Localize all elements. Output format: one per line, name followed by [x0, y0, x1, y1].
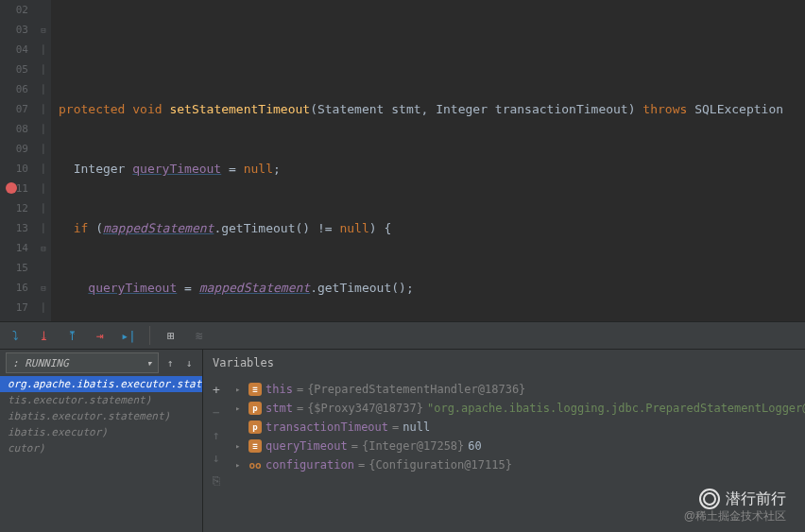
watermark: 潜行前行: [699, 489, 786, 509]
frame-item[interactable]: tis.executor.statement): [0, 392, 202, 408]
gutter: 02 03 04 05 06 07 08 09 10 11 12 13 14 1…: [0, 0, 36, 321]
variable-row[interactable]: ▸≡ queryTimeout = {Integer@17258} 60: [230, 437, 805, 455]
variable-row[interactable]: ▸oo configuration = {Configuration@17115…: [230, 455, 805, 474]
watermark-sub: @稀土掘金技术社区: [684, 508, 786, 524]
line-number: 10: [0, 159, 28, 179]
variable-tree[interactable]: ▸≡ this = {PreparedStatementHandler@1873…: [230, 376, 805, 493]
breakpoint-icon[interactable]: [6, 182, 17, 194]
frame-up-icon[interactable]: ↑: [163, 355, 178, 370]
copy-icon[interactable]: ⎘: [209, 472, 224, 488]
line-number: 16: [0, 278, 28, 298]
variable-tools: + − ↑ ↓ ⎘: [203, 376, 230, 493]
code-area[interactable]: protected void setStatementTimeout(State…: [51, 0, 805, 321]
frame-item[interactable]: ibatis.executor.statement): [0, 408, 202, 424]
trace-icon[interactable]: ≋: [192, 328, 207, 343]
line-number: 05: [0, 60, 28, 79]
frame-item[interactable]: org.apache.ibatis.executor.statement): [0, 376, 202, 392]
run-to-cursor-icon[interactable]: ▸|: [121, 328, 136, 343]
fold-column: ⊟││││││││││⊟⊟│: [36, 0, 51, 321]
line-number: 03: [0, 20, 28, 40]
debug-panel: : RUNNING▾ ↑ ↓ org.apache.ibatis.executo…: [0, 350, 805, 532]
wechat-icon: [699, 489, 720, 509]
line-number: 15: [0, 258, 28, 278]
add-watch-icon[interactable]: +: [209, 382, 224, 397]
variables-title: Variables: [203, 350, 805, 376]
line-number: 04: [0, 40, 28, 60]
line-number[interactable]: 11: [0, 179, 28, 198]
force-step-icon[interactable]: ⇥: [93, 328, 108, 343]
variable-row[interactable]: ▸≡ this = {PreparedStatementHandler@1873…: [230, 380, 805, 399]
line-number: 08: [0, 119, 28, 139]
line-number: 09: [0, 139, 28, 159]
line-number: 13: [0, 218, 28, 238]
separator: [149, 326, 150, 345]
thread-selector-row: : RUNNING▾ ↑ ↓: [0, 350, 202, 376]
down-icon[interactable]: ↓: [209, 450, 224, 465]
frame-item[interactable]: cutor): [0, 440, 202, 456]
variable-row[interactable]: ▸p stmt = {$Proxy347@18737} "org.apache.…: [230, 399, 805, 418]
thread-dropdown[interactable]: : RUNNING▾: [6, 352, 159, 373]
frame-down-icon[interactable]: ↓: [181, 355, 197, 370]
frames-panel: : RUNNING▾ ↑ ↓ org.apache.ibatis.executo…: [0, 350, 203, 532]
frame-list[interactable]: org.apache.ibatis.executor.statement) ti…: [0, 376, 202, 456]
step-out-icon[interactable]: ⤒: [64, 328, 79, 343]
code-editor[interactable]: 02 03 04 05 06 07 08 09 10 11 12 13 14 1…: [0, 0, 805, 321]
step-into-icon[interactable]: ⤓: [36, 328, 51, 343]
variable-row[interactable]: p transactionTimeout = null: [230, 418, 805, 437]
line-number: 07: [0, 99, 28, 119]
line-number: 14: [0, 238, 28, 258]
evaluate-icon[interactable]: ⊞: [163, 328, 179, 343]
debug-toolbar: ⤵ ⤓ ⤒ ⇥ ▸| ⊞ ≋: [0, 321, 805, 350]
remove-watch-icon[interactable]: −: [209, 404, 224, 420]
frame-item[interactable]: ibatis.executor): [0, 424, 202, 440]
line-number: 12: [0, 198, 28, 218]
line-number: 02: [0, 0, 28, 20]
step-over-icon[interactable]: ⤵: [8, 328, 23, 343]
line-number: 06: [0, 79, 28, 99]
line-number: 17: [0, 298, 28, 317]
up-icon[interactable]: ↑: [209, 427, 224, 442]
